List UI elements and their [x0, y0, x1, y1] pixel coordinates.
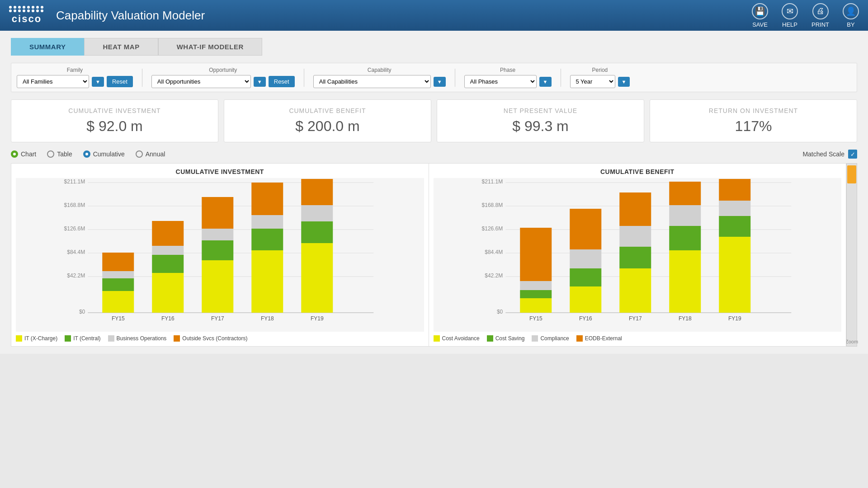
b-fy19-yellow [719, 237, 750, 313]
capability-filter-label: Capability [313, 67, 446, 73]
legend-orange-box [174, 335, 180, 342]
b-fy17-orange [619, 192, 651, 226]
chart-scrollbar[interactable]: Zoom [846, 163, 857, 347]
tab-whatif[interactable]: WHAT-IF MODELER [158, 38, 262, 56]
fy16-yellow-bar [152, 273, 184, 313]
benefit-chart-svg: $211.1M $168.8M $126.6M $84.4M $42.2M $0 [434, 178, 842, 332]
b-legend-yellow-label: Cost Avoidance [442, 335, 480, 342]
svg-text:$168.8M: $168.8M [64, 202, 85, 208]
chart-radio[interactable]: Chart [11, 150, 36, 158]
family-dropdown-btn[interactable]: ▼ [92, 77, 104, 87]
opportunity-reset-btn[interactable]: Reset [269, 76, 295, 87]
tab-heatmap[interactable]: HEAT MAP [84, 38, 158, 56]
annual-radio[interactable]: Annual [136, 150, 165, 158]
b-legend-green-box [487, 335, 493, 342]
phase-filter-label: Phase [464, 67, 552, 73]
period-select[interactable]: 5 Year [570, 75, 615, 88]
fy15-gray-bar [102, 271, 134, 278]
kpi-investment-label: CUMULATIVE INVESTMENT [20, 107, 209, 114]
capability-select[interactable]: All Capabilities [313, 75, 431, 88]
period-filter-group: Period 5 Year ▼ [570, 67, 630, 88]
table-radio[interactable]: Table [47, 150, 72, 158]
fy16-gray-bar [152, 246, 184, 255]
app-header: cisco Capability Valuation Modeler 💾 SAV… [0, 0, 868, 31]
kpi-npv-label: NET PRESENT VALUE [446, 107, 635, 114]
header-actions: 💾 SAVE ✉ HELP 🖨 PRINT 👤 BY [752, 3, 859, 28]
by-button[interactable]: 👤 BY [843, 3, 859, 28]
cumulative-radio-label: Cumulative [93, 150, 125, 158]
phase-dropdown-btn[interactable]: ▼ [539, 77, 552, 87]
fy18-green-bar [251, 229, 283, 250]
tab-summary[interactable]: SUMMARY [11, 38, 84, 56]
capability-filter-group: Capability All Capabilities ▼ [313, 67, 446, 88]
fy15-orange-bar [102, 253, 134, 271]
kpi-benefit: CUMULATIVE BENEFIT $ 200.0 m [224, 99, 431, 142]
legend-green: IT (Central) [65, 335, 100, 342]
svg-text:FY19: FY19 [728, 315, 741, 322]
family-select[interactable]: All Families [17, 75, 89, 88]
b-fy17-green [619, 247, 651, 268]
fy19-yellow-bar [301, 243, 333, 313]
annual-radio-dot [136, 150, 143, 158]
fy16-orange-bar [152, 221, 184, 246]
kpi-roi-label: RETURN ON INVESTMENT [659, 107, 848, 114]
fy18-orange-bar [251, 183, 283, 215]
svg-text:FY18: FY18 [261, 315, 274, 322]
save-button[interactable]: 💾 SAVE [752, 3, 768, 28]
cisco-logo: cisco [9, 6, 44, 25]
help-button[interactable]: ✉ HELP [782, 3, 798, 28]
b-legend-orange-box [576, 335, 583, 342]
b-fy17-gray [619, 226, 651, 247]
b-legend-green: Cost Saving [487, 335, 525, 342]
phase-select[interactable]: All Phases [464, 75, 537, 88]
kpi-benefit-value: $ 200.0 m [233, 118, 422, 135]
investment-chart-svg: $211.1M $168.8M $126.6M $84.4M $42.2M $0 [16, 178, 424, 332]
user-icon: 👤 [843, 3, 859, 19]
svg-text:$211.1M: $211.1M [481, 178, 503, 185]
fy17-orange-bar [202, 197, 233, 229]
fy18-yellow-bar [251, 250, 283, 313]
cisco-wordmark: cisco [12, 13, 42, 25]
b-fy16-green [570, 268, 601, 286]
b-fy15-orange [520, 228, 552, 281]
b-fy15-gray [520, 281, 552, 290]
matched-scale-checkbox[interactable]: ✓ [848, 150, 857, 159]
capability-dropdown-btn[interactable]: ▼ [434, 77, 446, 87]
b-legend-gray-box [532, 335, 538, 342]
b-fy16-gray [570, 249, 601, 268]
svg-text:$84.4M: $84.4M [485, 249, 503, 255]
legend-yellow-box [16, 335, 22, 342]
fy17-green-bar [202, 240, 233, 260]
kpi-investment-value: $ 92.0 m [20, 118, 209, 135]
b-fy16-yellow [570, 286, 601, 313]
b-legend-orange: EODB-External [576, 335, 622, 342]
chart-radio-dot [11, 150, 18, 158]
b-legend-green-label: Cost Saving [495, 335, 525, 342]
period-dropdown-btn[interactable]: ▼ [618, 77, 630, 87]
scroll-thumb[interactable] [847, 165, 856, 183]
opportunity-select[interactable]: All Opportunities [151, 75, 251, 88]
print-button[interactable]: 🖨 PRINT [811, 3, 829, 28]
app-title: Capability Valuation Modeler [56, 9, 745, 23]
b-fy18-yellow [669, 250, 701, 313]
phase-filter-group: Phase All Phases ▼ [464, 67, 552, 88]
investment-chart-container: CUMULATIVE INVESTMENT $211.1M $168.8M $1… [11, 163, 429, 347]
svg-text:FY17: FY17 [211, 315, 224, 322]
b-fy19-gray [719, 201, 750, 216]
chart-radio-label: Chart [21, 150, 36, 158]
b-legend-orange-label: EODB-External [585, 335, 622, 342]
cumulative-radio[interactable]: Cumulative [83, 150, 125, 158]
family-filter-label: Family [17, 67, 133, 73]
legend-orange-label: Outside Svcs (Contractors) [182, 335, 247, 342]
svg-text:$211.1M: $211.1M [64, 178, 85, 185]
svg-text:$42.2M: $42.2M [67, 272, 85, 279]
family-reset-btn[interactable]: Reset [107, 76, 133, 87]
legend-gray-label: Business Operations [117, 335, 167, 342]
svg-text:$126.6M: $126.6M [64, 225, 85, 232]
fy15-green-bar [102, 278, 134, 291]
fy19-green-bar [301, 221, 333, 243]
matched-scale-control: Matched Scale ✓ [802, 150, 857, 159]
opportunity-dropdown-btn[interactable]: ▼ [254, 77, 266, 87]
b-legend-yellow: Cost Avoidance [434, 335, 480, 342]
kpi-roi: RETURN ON INVESTMENT 117% [650, 99, 857, 142]
